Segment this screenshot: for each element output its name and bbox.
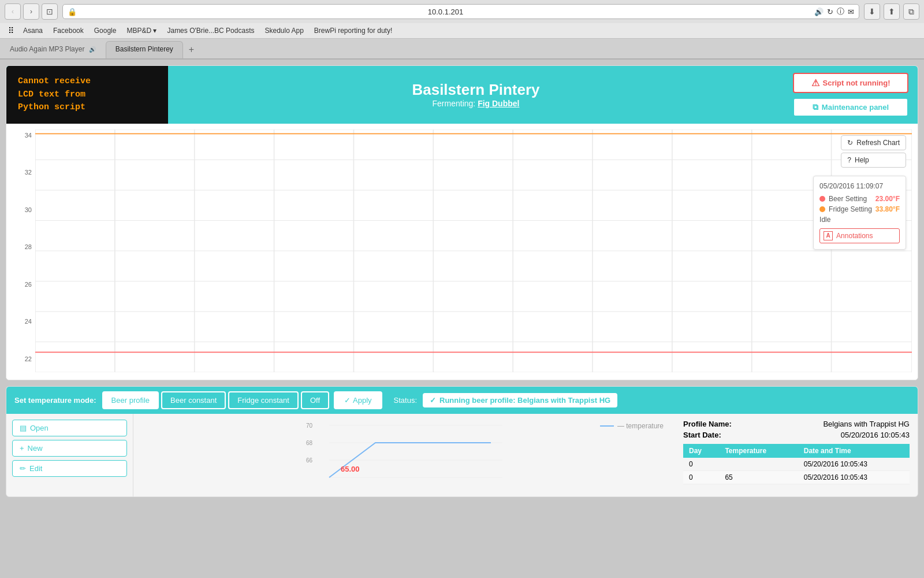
bookmark-asana[interactable]: Asana — [18, 25, 47, 36]
edit-profile-button[interactable]: ✏ Edit — [12, 460, 127, 477]
back-button[interactable]: ‹ — [5, 3, 21, 20]
mode-fridge-constant-button[interactable]: Fridge constant — [228, 391, 299, 409]
mail-icon: ✉ — [848, 8, 854, 16]
edit-icon: ✏ — [20, 464, 26, 473]
start-date-label: Start Date: — [683, 431, 721, 439]
download-icon-button[interactable]: ⬇ — [864, 3, 880, 20]
url-text: 10.0.1.201 — [80, 8, 811, 16]
warning-icon: ⚠ — [811, 77, 819, 88]
y-label-24: 24 — [25, 318, 32, 325]
chart-plot: 11:10 11:11 11:12 11:13 11:14 11:15 11:1… — [35, 129, 912, 374]
apply-button[interactable]: ✓ Apply — [334, 391, 382, 409]
script-status-label: Script not running! — [823, 79, 891, 87]
bookmark-james[interactable]: James O'Brie...BC Podcasts — [162, 25, 259, 36]
profile-table: Day Temperature Date and Time 0 05/20/20… — [683, 444, 910, 484]
new-profile-button[interactable]: + New — [12, 440, 127, 457]
table-cell-day-0: 0 — [683, 458, 719, 471]
info-icon: ⓘ — [837, 6, 844, 17]
fridge-setting-dot — [819, 206, 825, 212]
lcd-line-1: Cannot receive — [18, 75, 157, 88]
audio-icon: 🔊 — [814, 8, 824, 16]
open-profile-button[interactable]: ▤ Open — [12, 420, 127, 436]
tabs-bar: Audio Again MP3 Player 🔊 Basilstern Pint… — [0, 39, 924, 59]
profile-chart-legend: — temperature — [600, 422, 664, 430]
beer-setting-dot — [819, 196, 825, 202]
tab-audio[interactable]: Audio Again MP3 Player 🔊 — [0, 41, 106, 58]
annotations-button[interactable]: A Annotations — [819, 228, 900, 243]
security-icon: 🔒 — [68, 8, 77, 16]
mode-beer-constant-button[interactable]: Beer constant — [161, 391, 226, 409]
header-right: ⚠ Script not running! ⧉ Maintenance pane… — [784, 66, 918, 124]
temperature-control-panel: Set temperature mode: Beer profile Beer … — [6, 386, 918, 497]
temp-legend-label: — temperature — [617, 422, 664, 430]
forward-button[interactable]: › — [23, 3, 39, 20]
help-button[interactable]: ? Help — [841, 153, 906, 168]
lcd-line-2: LCD text from — [18, 88, 157, 102]
profile-chart-area: — temperature 70 68 66 65.00 — [133, 414, 675, 497]
y-label-30: 30 — [25, 206, 32, 213]
table-cell-temp-0 — [719, 458, 798, 471]
profile-name-value: Belgians with Trappist HG — [823, 420, 910, 428]
refresh-icon: ↻ — [847, 139, 853, 147]
set-temp-mode-label: Set temperature mode: — [14, 396, 96, 405]
mode-off-button[interactable]: Off — [301, 391, 329, 409]
lcd-display: Cannot receive LCD text from Python scri… — [6, 66, 168, 124]
bookmark-mbpd[interactable]: MBP&D ▾ — [122, 25, 161, 36]
new-tab-plus-button[interactable]: + — [183, 41, 200, 58]
beer-setting-value: 23.00°F — [875, 195, 900, 203]
y-label-32: 32 — [25, 169, 32, 176]
tab-basilstern[interactable]: Basilstern Pinterey — [106, 41, 183, 58]
browser-action-buttons: ⬇ ⬆ ⧉ — [864, 3, 919, 20]
bookmark-brewpi[interactable]: BrewPi reporting for duty! — [310, 25, 397, 36]
lcd-line-3: Python script — [18, 101, 157, 114]
profile-chart-svg: 70 68 66 65.00 — [139, 420, 669, 489]
maintenance-panel-button[interactable]: ⧉ Maintenance panel — [793, 98, 908, 117]
status-value-badge: ✓ Running beer profile: Belgians with Tr… — [423, 393, 617, 407]
help-icon: ? — [847, 156, 851, 164]
table-cell-datetime-1: 05/20/2016 10:05:43 — [798, 470, 910, 484]
table-cell-datetime-0: 05/20/2016 10:05:43 — [798, 458, 910, 471]
new-tab-button[interactable]: ⧉ — [903, 3, 919, 20]
annotations-label: Annotations — [836, 232, 873, 240]
table-header-temp: Temperature — [719, 444, 798, 458]
bookmark-facebook[interactable]: Facebook — [49, 25, 88, 36]
profile-info: Profile Name: Belgians with Trappist HG … — [675, 414, 918, 497]
chart-svg: 11:10 11:11 11:12 11:13 11:14 11:15 11:1… — [35, 129, 912, 372]
chart-controls: ↻ Refresh Chart ? Help — [841, 135, 906, 168]
annotation-icon: A — [824, 231, 833, 240]
legend-beer-setting: Beer Setting 23.00°F — [819, 195, 900, 203]
fermenting-link[interactable]: Fig Dubbel — [478, 99, 519, 108]
chart-inner: 34 32 30 28 26 24 22 — [12, 129, 912, 374]
refresh-chart-button[interactable]: ↻ Refresh Chart — [841, 135, 906, 150]
table-row: 0 05/20/2016 10:05:43 — [683, 458, 910, 471]
apps-icon[interactable]: ⠿ — [5, 25, 17, 36]
bookmarks-bar: ⠿ Asana Facebook Google MBP&D ▾ James O'… — [0, 23, 924, 39]
status-check-icon: ✓ — [430, 396, 436, 405]
chart-container: 34 32 30 28 26 24 22 — [6, 124, 918, 380]
mode-beer-profile-button[interactable]: Beer profile — [102, 391, 159, 409]
profile-date-row: Start Date: 05/20/2016 10:05:43 — [683, 431, 910, 439]
bottom-section: ▤ Open + New ✏ Edit — temperature — [6, 414, 918, 497]
reader-view-button[interactable]: ⊡ — [42, 3, 58, 20]
svg-text:66: 66 — [306, 457, 313, 464]
url-bar[interactable]: 🔒 10.0.1.201 🔊 ↻ ⓘ ✉ — [62, 4, 859, 19]
legend-state: Idle — [819, 216, 900, 224]
profile-name-row: Profile Name: Belgians with Trappist HG — [683, 420, 910, 428]
open-icon: ▤ — [20, 424, 27, 432]
script-status-button[interactable]: ⚠ Script not running! — [793, 73, 908, 93]
bookmark-skedulo[interactable]: Skedulo App — [260, 25, 308, 36]
share-button[interactable]: ⬆ — [884, 3, 900, 20]
svg-text:70: 70 — [306, 423, 313, 429]
page-content: Cannot receive LCD text from Python scri… — [0, 60, 924, 557]
new-icon: + — [20, 444, 24, 453]
panel-icon: ⧉ — [813, 102, 818, 112]
fridge-setting-label: Fridge Setting — [829, 205, 872, 213]
speaker-icon: 🔊 — [89, 46, 96, 53]
status-value-text: Running beer profile: Belgians with Trap… — [439, 396, 610, 405]
status-label: Status: — [394, 396, 417, 405]
legend-fridge-setting: Fridge Setting 33.80°F — [819, 205, 900, 213]
bookmark-google[interactable]: Google — [90, 25, 121, 36]
profile-controls: ▤ Open + New ✏ Edit — [6, 414, 133, 497]
maintenance-label: Maintenance panel — [822, 103, 889, 112]
legend-panel: 05/20/2016 11:09:07 Beer Setting 23.00°F… — [813, 176, 906, 250]
